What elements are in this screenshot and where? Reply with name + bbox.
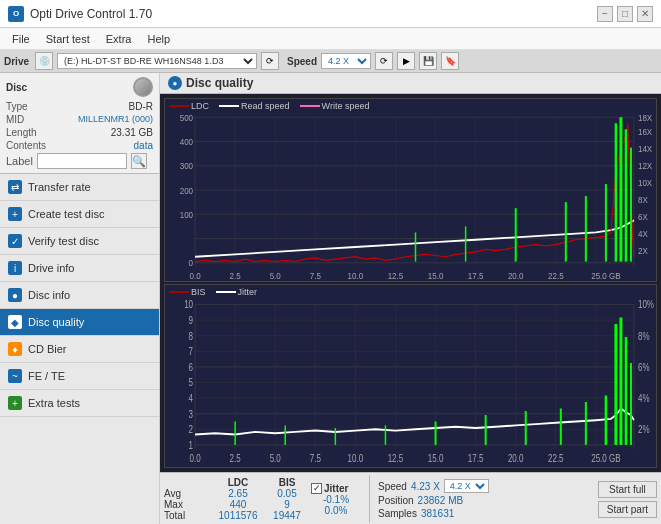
- checkmark-icon: ✓: [313, 483, 321, 493]
- disc-contents-row: Contents data: [6, 140, 153, 151]
- svg-text:10: 10: [184, 299, 193, 310]
- menu-start-test[interactable]: Start test: [38, 31, 98, 47]
- samples-label: Samples: [378, 508, 417, 519]
- start-icon[interactable]: ▶: [397, 52, 415, 70]
- ldc-max-val: 440: [213, 499, 263, 510]
- speed-dropdown-main[interactable]: 4.2 X: [321, 53, 371, 69]
- svg-text:2X: 2X: [638, 246, 648, 257]
- disc-label-btn[interactable]: 🔍: [131, 153, 147, 169]
- svg-text:6%: 6%: [638, 362, 650, 373]
- drive-eject-icon[interactable]: 💿: [35, 52, 53, 70]
- chart2-legend: BIS Jitter: [169, 287, 257, 297]
- svg-text:22.5: 22.5: [548, 270, 564, 281]
- svg-text:9: 9: [189, 315, 193, 326]
- samples-val: 381631: [421, 508, 454, 519]
- disc-type-value: BD-R: [129, 101, 153, 112]
- disc-quality-icon: ◆: [8, 315, 22, 329]
- disc-icon: [133, 77, 153, 97]
- svg-text:7.5: 7.5: [310, 270, 321, 281]
- sidebar-item-fe-te[interactable]: ~ FE / TE: [0, 363, 159, 390]
- fe-te-icon: ~: [8, 369, 22, 383]
- menubar: File Start test Extra Help: [0, 28, 661, 50]
- ldc-col-header: LDC: [213, 477, 263, 488]
- bookmark-icon[interactable]: 🔖: [441, 52, 459, 70]
- start-buttons: Start full Start part: [598, 481, 657, 518]
- speed-stat-label: Speed: [378, 481, 407, 492]
- start-full-btn[interactable]: Start full: [598, 481, 657, 498]
- disc-info-icon: ●: [8, 288, 22, 302]
- svg-text:15.0: 15.0: [428, 453, 444, 464]
- start-part-btn[interactable]: Start part: [598, 501, 657, 518]
- drive-dropdown[interactable]: (E:) HL-DT-ST BD-RE WH16NS48 1.D3: [57, 53, 257, 69]
- jitter-color: [216, 291, 236, 293]
- extra-tests-label: Extra tests: [28, 397, 80, 409]
- svg-text:4: 4: [189, 393, 193, 404]
- sidebar-item-disc-quality[interactable]: ◆ Disc quality: [0, 309, 159, 336]
- sidebar-item-cd-bier[interactable]: ♦ CD Bier: [0, 336, 159, 363]
- sidebar-item-transfer-rate[interactable]: ⇄ Transfer rate: [0, 174, 159, 201]
- disc-label-label: Label: [6, 155, 33, 167]
- disc-mid-value: MILLENMR1 (000): [78, 114, 153, 125]
- svg-rect-56: [165, 285, 656, 467]
- svg-text:8: 8: [189, 331, 193, 342]
- drive-info-icon: i: [8, 261, 22, 275]
- extra-tests-icon: +: [8, 396, 22, 410]
- avg-label: Avg: [164, 488, 209, 499]
- svg-text:14X: 14X: [638, 144, 652, 155]
- position-label: Position: [378, 495, 414, 506]
- legend-jitter: Jitter: [216, 287, 258, 297]
- svg-text:22.5: 22.5: [548, 453, 564, 464]
- close-button[interactable]: ✕: [637, 6, 653, 22]
- menu-help[interactable]: Help: [139, 31, 178, 47]
- sidebar-item-extra-tests[interactable]: + Extra tests: [0, 390, 159, 417]
- bis-avg-val: 0.05: [267, 488, 307, 499]
- legend-ldc: LDC: [169, 101, 209, 111]
- legend-read-speed: Read speed: [219, 101, 290, 111]
- svg-text:5: 5: [189, 377, 193, 388]
- svg-text:500: 500: [180, 112, 193, 123]
- sidebar-item-verify-test-disc[interactable]: ✓ Verify test disc: [0, 228, 159, 255]
- svg-text:12.5: 12.5: [388, 453, 404, 464]
- disc-mid-row: MID MILLENMR1 (000): [6, 114, 153, 125]
- svg-text:20.0: 20.0: [508, 270, 524, 281]
- minimize-button[interactable]: −: [597, 6, 613, 22]
- content-title: Disc quality: [186, 76, 253, 90]
- speed-refresh-icon[interactable]: ⟳: [375, 52, 393, 70]
- disc-label-row: Label 🔍: [6, 153, 153, 169]
- svg-text:10.0: 10.0: [348, 453, 364, 464]
- svg-text:8%: 8%: [638, 331, 650, 342]
- svg-text:7.5: 7.5: [310, 453, 321, 464]
- disc-contents-value: data: [134, 140, 153, 151]
- menu-extra[interactable]: Extra: [98, 31, 140, 47]
- svg-text:10.0: 10.0: [348, 270, 364, 281]
- speed-row: Speed 4.23 X 4.2 X: [378, 479, 590, 493]
- drive-refresh-icon[interactable]: ⟳: [261, 52, 279, 70]
- svg-text:400: 400: [180, 136, 193, 147]
- ldc-legend-label: LDC: [191, 101, 209, 111]
- disc-quality-label: Disc quality: [28, 316, 84, 328]
- window-controls: − □ ✕: [597, 6, 653, 22]
- svg-text:18X: 18X: [638, 112, 652, 123]
- maximize-button[interactable]: □: [617, 6, 633, 22]
- bis-stats-col: BIS 0.05 9 19447: [267, 477, 307, 521]
- svg-text:4%: 4%: [638, 393, 650, 404]
- fe-te-label: FE / TE: [28, 370, 65, 382]
- disc-info-label: Disc info: [28, 289, 70, 301]
- legend-bis: BIS: [169, 287, 206, 297]
- save-icon[interactable]: 💾: [419, 52, 437, 70]
- svg-text:0.0: 0.0: [189, 270, 200, 281]
- bis-col-header: BIS: [267, 477, 307, 488]
- sidebar-item-create-test-disc[interactable]: + Create test disc: [0, 201, 159, 228]
- sidebar-item-drive-info[interactable]: i Drive info: [0, 255, 159, 282]
- menu-file[interactable]: File: [4, 31, 38, 47]
- jitter-checkbox[interactable]: ✓: [311, 483, 322, 494]
- stats-labels-col: Avg Max Total: [164, 478, 209, 521]
- disc-label-input[interactable]: [37, 153, 127, 169]
- ldc-color: [169, 105, 189, 107]
- sidebar-item-disc-info[interactable]: ● Disc info: [0, 282, 159, 309]
- create-test-disc-label: Create test disc: [28, 208, 104, 220]
- speed-stat-dropdown[interactable]: 4.2 X: [444, 479, 489, 493]
- position-val: 23862 MB: [418, 495, 464, 506]
- disc-type-label: Type: [6, 101, 28, 112]
- disc-mid-label: MID: [6, 114, 24, 125]
